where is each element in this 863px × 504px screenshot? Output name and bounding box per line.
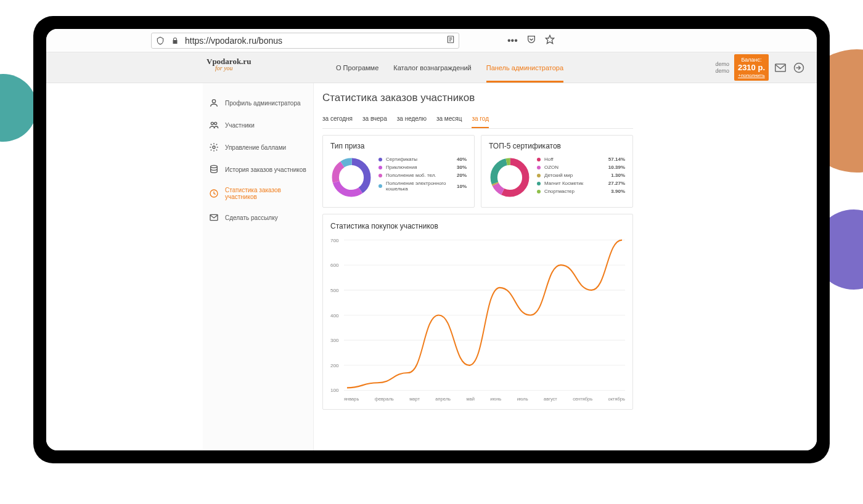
pocket-icon[interactable] xyxy=(526,35,536,47)
legend-value: 57.14% xyxy=(608,156,625,162)
donut-chart-top5 xyxy=(489,156,531,198)
legend-label: Hoff xyxy=(544,156,605,162)
card-line-chart: Статистика покупок участников 1002003004… xyxy=(322,214,633,410)
svg-point-25 xyxy=(500,168,520,187)
star-icon[interactable] xyxy=(545,35,555,47)
y-tick: 100 xyxy=(330,388,338,393)
legend-label: Спортмастер xyxy=(544,189,607,194)
mail-icon[interactable] xyxy=(774,61,787,75)
sidebar-item[interactable]: Профиль администратора xyxy=(203,92,313,114)
legend-row: Сертификаты40% xyxy=(378,156,467,162)
sidebar-item-label: История заказов участников xyxy=(225,166,306,173)
x-tick: январь xyxy=(344,396,359,402)
legend-value: 40% xyxy=(457,156,467,162)
url-bar[interactable]: https://vpodarok.ru/bonus xyxy=(151,33,459,49)
nav-item-admin-panel[interactable]: Панель администратора xyxy=(486,53,563,83)
sidebar-item-label: Статистика заказов участников xyxy=(225,187,307,200)
period-tab[interactable]: за неделю xyxy=(397,112,427,128)
x-tick: октябрь xyxy=(608,396,625,402)
card-prize-type: Тип приза Сертификаты40%Приключения30%По… xyxy=(322,135,475,208)
x-tick: июнь xyxy=(490,396,501,402)
user-block[interactable]: demo demo xyxy=(715,61,729,75)
legend-dot xyxy=(537,182,541,185)
legend-prize: Сертификаты40%Приключения30%Пополнение м… xyxy=(378,156,467,194)
mail-icon xyxy=(209,213,219,222)
balance-amount: 2310 р. xyxy=(738,63,765,73)
balance-topup-link[interactable]: +пополнить xyxy=(738,73,765,78)
legend-row: OZON10.39% xyxy=(537,165,625,170)
legend-dot xyxy=(537,174,541,177)
legend-row: Магнит Косметик27.27% xyxy=(537,181,625,186)
legend-dot xyxy=(537,166,541,169)
reader-mode-icon[interactable] xyxy=(446,35,455,46)
x-tick: июль xyxy=(517,396,528,402)
period-tab[interactable]: за месяц xyxy=(436,112,462,128)
legend-value: 3.90% xyxy=(611,189,625,194)
sidebar-item[interactable]: Участники xyxy=(203,114,313,136)
legend-row: Приключения30% xyxy=(378,165,467,170)
legend-value: 20% xyxy=(457,173,467,178)
legend-row: Детский мир1.30% xyxy=(537,173,625,178)
legend-value: 1.30% xyxy=(611,173,625,178)
sidebar-item[interactable]: История заказов участников xyxy=(203,158,313,181)
y-tick: 700 xyxy=(330,237,338,243)
lock-icon xyxy=(170,37,180,44)
sidebar-item-label: Управление баллами xyxy=(225,144,286,151)
legend-label: OZON xyxy=(544,165,605,170)
legend-value: 10% xyxy=(457,184,467,189)
clock-icon xyxy=(209,189,219,198)
svg-point-9 xyxy=(211,122,213,124)
legend-label: Пополнение электронного кошелька xyxy=(386,181,453,192)
period-tab[interactable]: за вчера xyxy=(362,112,387,128)
nav-item-about[interactable]: О Программе xyxy=(336,53,378,83)
svg-marker-4 xyxy=(546,35,554,43)
sidebar: Профиль администратораУчастникиУправлени… xyxy=(203,83,314,450)
logout-icon[interactable] xyxy=(792,61,806,75)
sidebar-item-label: Профиль администратора xyxy=(225,100,301,107)
line-chart-area: 100200300400500600700 xyxy=(330,237,625,394)
x-tick: апрель xyxy=(435,396,451,402)
shield-icon xyxy=(155,36,165,45)
sidebar-item[interactable]: Управление баллами xyxy=(203,136,313,158)
nav-item-catalog[interactable]: Каталог вознаграждений xyxy=(393,53,472,83)
db-icon xyxy=(209,165,219,174)
x-tick: сентябрь xyxy=(573,396,592,402)
legend-top5: Hoff57.14%OZON10.39%Детский мир1.30%Магн… xyxy=(537,156,625,197)
period-tab[interactable]: за год xyxy=(472,112,489,128)
decoration-circle-teal xyxy=(0,74,37,142)
legend-dot xyxy=(378,158,382,161)
more-icon[interactable]: ••• xyxy=(507,35,518,46)
sidebar-item[interactable]: Сделать рассылку xyxy=(203,206,313,229)
card-top5: ТОП-5 сертификатов Hoff57.14%OZON10.39%Д… xyxy=(481,135,633,208)
url-text: https://vpodarok.ru/bonus xyxy=(185,36,443,46)
browser-toolbar: https://vpodarok.ru/bonus ••• xyxy=(46,29,817,52)
svg-point-11 xyxy=(213,146,215,148)
period-tab[interactable]: за сегодня xyxy=(322,112,353,128)
balance-box[interactable]: Баланс: 2310 р. +пополнить xyxy=(734,54,769,80)
legend-label: Детский мир xyxy=(544,173,607,178)
legend-label: Приключения xyxy=(386,165,453,170)
legend-dot xyxy=(537,190,541,193)
x-tick: март xyxy=(409,396,420,402)
legend-dot xyxy=(378,174,382,177)
period-tabs: за сегодняза вчераза неделюза месяцза го… xyxy=(322,112,633,129)
sidebar-item[interactable]: Статистика заказов участников xyxy=(203,181,313,206)
legend-value: 27.27% xyxy=(608,181,625,186)
legend-row: Пополнение электронного кошелька10% xyxy=(378,181,467,192)
main-nav: О Программе Каталог вознаграждений Панел… xyxy=(336,53,563,83)
donut-chart-prize xyxy=(330,156,372,198)
page-title: Статистика заказов участников xyxy=(322,92,633,104)
svg-rect-5 xyxy=(775,64,786,71)
legend-row: Спортмастер3.90% xyxy=(537,189,625,194)
users-icon xyxy=(209,120,219,130)
x-tick: май xyxy=(466,396,475,402)
sidebar-item-label: Участники xyxy=(225,122,255,129)
logo[interactable]: Vpodarok.ru for you xyxy=(207,57,251,71)
y-tick: 400 xyxy=(330,312,338,318)
sidebar-item-label: Сделать рассылку xyxy=(225,214,278,221)
line-chart xyxy=(344,237,625,394)
y-tick: 500 xyxy=(330,287,338,293)
x-tick: август xyxy=(544,396,557,402)
y-tick: 200 xyxy=(330,362,338,368)
y-tick: 300 xyxy=(330,338,338,343)
